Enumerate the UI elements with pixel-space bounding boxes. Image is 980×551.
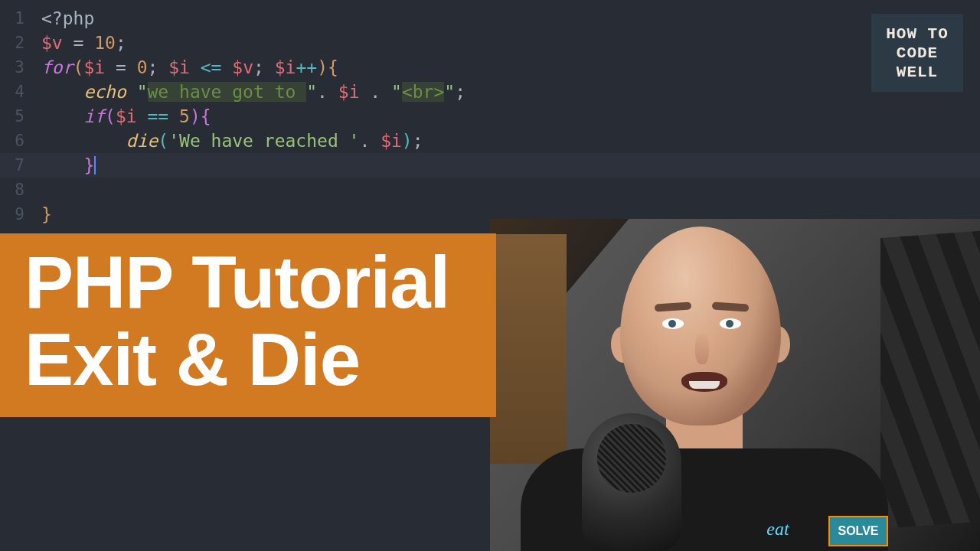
line-number: 6 xyxy=(0,132,31,150)
code-content: for($i = 0; $i <= $v; $i++){ xyxy=(31,57,338,77)
line-number: 3 xyxy=(0,58,31,77)
code-content: $v = 10; xyxy=(31,33,126,53)
code-content: if($i == 5){ xyxy=(31,106,211,126)
background-door xyxy=(490,234,567,464)
code-line-4[interactable]: 4 echo "we have got to ". $i . "<br>"; xyxy=(0,80,980,104)
presenter-mouth xyxy=(681,372,727,392)
presenter-nose xyxy=(695,334,709,364)
acoustic-foam xyxy=(880,230,980,529)
shirt-text-2: SOLVE xyxy=(828,516,888,546)
presenter-head xyxy=(620,227,781,425)
code-content: } xyxy=(31,155,96,176)
webcam-overlay: eat SOLVE xyxy=(490,219,980,551)
text-cursor xyxy=(94,156,96,174)
line-number: 7 xyxy=(0,156,31,174)
code-line-1[interactable]: 1 <?php xyxy=(0,6,980,31)
line-number: 5 xyxy=(0,107,31,126)
title-line-2: Exit & Die xyxy=(24,321,472,399)
code-content: } xyxy=(31,204,52,224)
badge-line-2: CODE xyxy=(897,44,938,62)
code-line-6[interactable]: 6 die('We have reached '. $i); xyxy=(0,129,980,153)
code-content: die('We have reached '. $i); xyxy=(31,131,423,151)
shirt-text-1: eat xyxy=(744,516,812,542)
code-content: echo "we have got to ". $i . "<br>"; xyxy=(31,82,466,102)
badge-line-1: HOW TO xyxy=(886,25,949,43)
code-line-5[interactable]: 5 if($i == 5){ xyxy=(0,104,980,129)
code-content: <?php xyxy=(31,8,94,28)
line-number: 1 xyxy=(0,9,31,28)
code-line-7[interactable]: 7 } xyxy=(0,153,980,178)
line-number: 8 xyxy=(0,181,31,199)
presenter-eye xyxy=(662,318,684,329)
code-line-8[interactable]: 8 xyxy=(0,178,980,202)
badge-line-3: WELL xyxy=(897,64,938,81)
code-line-3[interactable]: 3 for($i = 0; $i <= $v; $i++){ xyxy=(0,55,980,80)
line-number: 9 xyxy=(0,205,31,223)
line-number: 2 xyxy=(0,34,31,52)
line-number: 4 xyxy=(0,83,31,101)
video-title-banner: PHP Tutorial Exit & Die xyxy=(0,233,496,417)
presenter-eye xyxy=(720,318,741,329)
channel-badge: HOW TO CODE WELL xyxy=(871,14,963,92)
microphone xyxy=(582,413,681,551)
code-line-2[interactable]: 2 $v = 10; xyxy=(0,31,980,55)
title-line-1: PHP Tutorial xyxy=(24,244,472,321)
code-editor[interactable]: 1 <?php 2 $v = 10; 3 for($i = 0; $i <= $… xyxy=(0,0,980,227)
